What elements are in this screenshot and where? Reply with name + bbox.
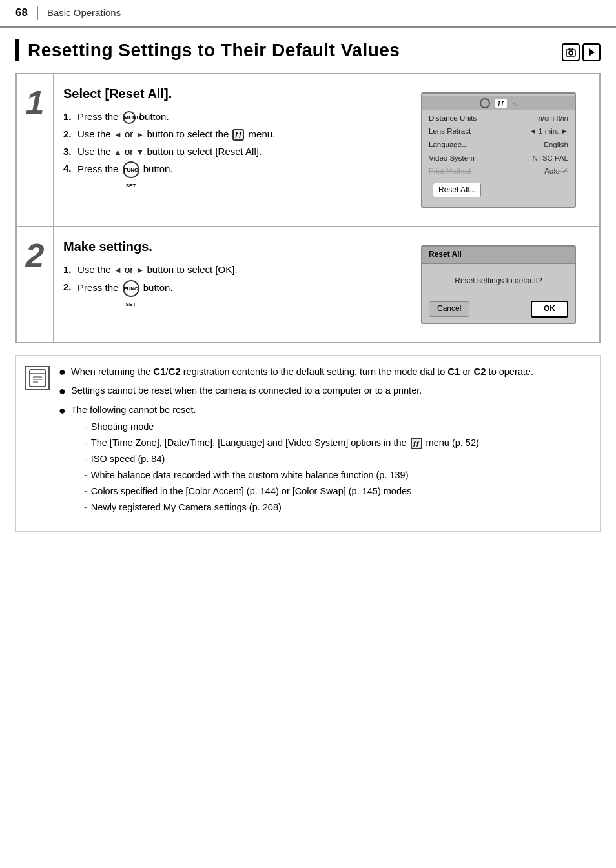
header-divider [37,6,38,20]
svg-point-1 [569,51,573,55]
cam-row-language: Language... English [422,138,575,152]
sub-item-3: - ISO speed (p. 84) [84,452,479,466]
step-2-number: 2 [26,239,45,272]
cam-circle-icon [480,98,490,108]
step-1-number: 1 [26,86,45,119]
sub-text-3: ISO speed (p. 84) [91,452,165,466]
play-icon [582,43,601,61]
cam-row-print: Print Method Auto ✓ [422,165,575,178]
camera-screen-1: ƒƒ ₂₀ Distance Units m/cm ft/in Lens Ret… [421,92,576,208]
cam-small-icon: ₂₀ [512,98,517,108]
step-2-line-1: 1. Use the ◄ or ► button to select [OK]. [63,263,409,277]
step-2-instructions: Make settings. 1. Use the ◄ or ► button … [63,237,409,300]
c1-code: C1 [153,366,165,377]
menu-button-icon: MENU [123,111,136,124]
note-icon [25,366,50,390]
sub-bullet-6: - [84,501,87,514]
cam-row-label-print: Print Method [429,166,471,177]
step-1-inner: Select [Reset All]. 1. Press the MENU bu… [63,85,590,216]
page-title: Resetting Settings to Their Default Valu… [28,39,400,61]
sub-text-4: White balance data recorded with the cus… [91,469,409,482]
cam-row-label-video: Video System [429,153,475,164]
arrow-left-icon-2: ◄ [114,265,122,275]
header-section-title: Basic Operations [47,6,121,20]
step-2-block: 2 Make settings. 1. Use the ◄ or ► butto… [15,227,601,343]
c2-code: C2 [169,366,181,377]
cam-row-distance: Distance Units m/cm ft/in [422,112,575,125]
confirm-screen-title: Reset All [422,247,575,263]
step-1-text-2: Use the ◄ or ► button to select the ƒƒ m… [77,127,409,141]
sub-text-5: Colors specified in the [Color Accent] (… [91,485,411,498]
camera-screen-header-1: ƒƒ ₂₀ [422,96,575,110]
sub-text-2: The [Time Zone], [Date/Time], [Language]… [91,436,479,450]
note-text-1: When returning the C1/C2 registration co… [71,365,533,379]
cam-reset-all-row: Reset All... [422,178,575,204]
cam-row-value-lens: ◄ 1 min. ► [529,126,568,137]
arrow-right-icon: ► [136,130,144,139]
title-icons [562,43,601,61]
cam-row-value-video: NTSC PAL [533,153,568,164]
step-2-inner: Make settings. 1. Use the ◄ or ► button … [63,237,590,331]
cam-row-lens: Lens Retract ◄ 1 min. ► [422,125,575,138]
step-2-text-2: Press the FUNCSET button. [77,280,409,297]
cam-row-value-print: Auto ✓ [544,166,568,177]
sub-bullet-1: - [84,420,87,434]
page-header: 68 Basic Operations [0,0,616,28]
step-1-title: Select [Reset All]. [63,85,409,103]
cam-row-video: Video System NTSC PAL [422,152,575,165]
cam-row-value-distance: m/cm ft/in [536,113,568,124]
c2-code-2: C2 [473,366,486,377]
notes-list: ● When returning the C1/C2 registration … [59,365,591,522]
sub-bullet-2: - [84,436,87,450]
sub-item-6: - Newly registered My Camera settings (p… [84,501,479,514]
step-1-block: 1 Select [Reset All]. 1. Press the MENU … [15,73,601,228]
sub-bullet-4: - [84,469,87,482]
func-set-button-icon-2: FUNCSET [123,280,139,297]
step-2-screen-area: Reset All Reset settings to default? Can… [409,237,590,331]
arrow-left-icon: ◄ [114,130,122,139]
cam-row-label-distance: Distance Units [429,113,477,124]
step-1-screen-area: ƒƒ ₂₀ Distance Units m/cm ft/in Lens Ret… [409,85,590,216]
step-1-content: Select [Reset All]. 1. Press the MENU bu… [53,74,599,227]
confirm-cancel-btn: Cancel [429,301,469,316]
step-2-line-2: 2. Press the FUNCSET button. [63,280,409,297]
sub-text-1: Shooting mode [91,420,154,434]
c1-code-2: C1 [447,366,460,377]
camera-icon [562,43,580,61]
note-text-2: Settings cannot be reset when the camera… [71,384,422,398]
step-2-title: Make settings. [63,237,409,256]
func-set-button-icon: FUNCSET [123,161,139,178]
sub-item-4: - White balance data recorded with the c… [84,469,479,482]
note-item-1: ● When returning the C1/C2 registration … [59,365,591,379]
cam-row-label-language: Language... [429,139,468,150]
cam-row-value-language: English [544,139,568,150]
bullet-1: ● [59,366,68,378]
bullet-3: ● [59,405,68,416]
page-number: 68 [15,5,28,21]
sub-text-6: Newly registered My Camera settings (p. … [91,501,282,514]
page-wrapper: 68 Basic Operations Resetting Settings t… [0,0,616,547]
arrow-down-icon: ▼ [136,147,144,157]
step-2-text-1: Use the ◄ or ► button to select [OK]. [77,263,409,277]
bullet-2: ● [59,385,68,397]
ff-menu-icon-2: ƒƒ [411,438,422,449]
note-item-3: ● The following cannot be reset. - Shoot… [59,403,591,517]
main-content: Resetting Settings to Their Default Valu… [0,28,616,547]
confirm-screen-body: Reset settings to default? [422,264,575,298]
title-block: Resetting Settings to Their Default Valu… [15,39,601,61]
step-2-num-1: 1. [63,263,76,277]
notes-section: ● When returning the C1/C2 registration … [15,355,601,532]
cam-row-label-lens: Lens Retract [429,126,471,137]
step-1-text-3: Use the ▲ or ▼ button to select [Reset A… [77,145,409,159]
sub-item-5: - Colors specified in the [Color Accent]… [84,485,479,498]
step-1-num-4: 4. [63,161,76,176]
arrow-right-icon-2: ► [136,265,144,275]
step-1-number-col: 1 [17,74,53,227]
sub-bullet-3: - [84,452,87,466]
confirm-screen-buttons: Cancel OK [422,298,575,322]
sub-bullet-5: - [84,485,87,498]
step-2-num-2: 2. [63,280,76,294]
ff-menu-icon: ƒƒ [232,129,244,141]
cam-tab-active-icon: ƒƒ [495,99,507,108]
svg-rect-4 [30,370,45,387]
